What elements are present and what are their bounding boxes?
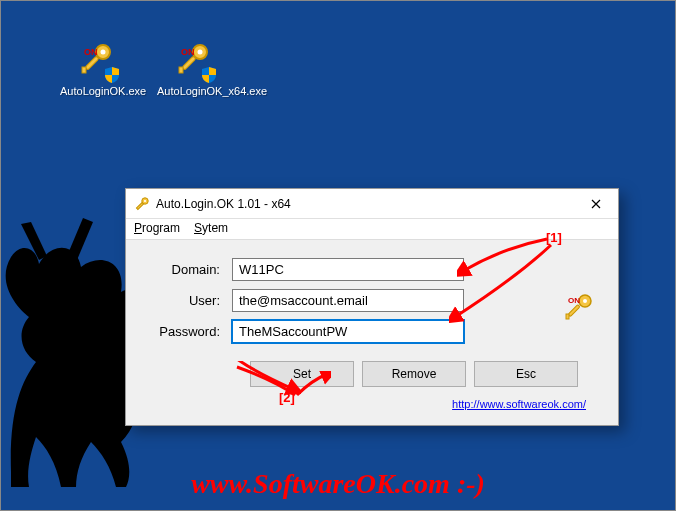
svg-point-3 [101, 50, 106, 55]
watermark-text: www.SoftwareOK.com :-) [1, 468, 675, 500]
svg-point-8 [198, 50, 203, 55]
menu-program[interactable]: Program [134, 221, 180, 235]
domain-input[interactable] [232, 258, 464, 281]
svg-rect-5 [82, 67, 86, 73]
password-label: Password: [146, 324, 232, 339]
app-icon: ON [78, 41, 118, 81]
desktop-icon-autologinok-x64[interactable]: ON AutoLoginOK_x64.exe [157, 41, 233, 98]
client-area: Domain: User: Password: Set Remove Esc h… [126, 239, 618, 425]
svg-rect-18 [566, 314, 569, 319]
svg-point-13 [144, 199, 146, 201]
svg-rect-14 [136, 202, 143, 209]
titlebar[interactable]: Auto.Login.OK 1.01 - x64 [126, 189, 618, 219]
uac-shield-icon [103, 66, 121, 84]
svg-point-1 [95, 308, 127, 340]
svg-rect-17 [568, 305, 580, 317]
softwareok-link[interactable]: http://www.softwareok.com/ [452, 398, 586, 410]
svg-text:ON: ON [84, 47, 98, 57]
svg-point-0 [36, 271, 70, 305]
svg-rect-9 [182, 56, 196, 70]
close-button[interactable] [573, 189, 618, 219]
set-button[interactable]: Set [250, 361, 354, 387]
menubar: Program Sytem [126, 219, 618, 239]
svg-point-16 [583, 299, 587, 303]
password-input[interactable] [232, 320, 464, 343]
close-icon [591, 199, 601, 209]
remove-button[interactable]: Remove [362, 361, 466, 387]
svg-text:ON: ON [181, 47, 195, 57]
app-key-icon [134, 196, 150, 212]
desktop-icon-label: AutoLoginOK.exe [60, 85, 146, 98]
svg-text:ON: ON [568, 296, 580, 305]
desktop-icon-label: AutoLoginOK_x64.exe [157, 85, 267, 98]
menu-system[interactable]: Sytem [194, 221, 228, 235]
app-window: Auto.Login.OK 1.01 - x64 Program Sytem D… [125, 188, 619, 426]
svg-rect-10 [179, 67, 183, 73]
user-input[interactable] [232, 289, 464, 312]
window-title: Auto.Login.OK 1.01 - x64 [156, 197, 573, 211]
app-icon: ON [175, 41, 215, 81]
user-label: User: [146, 293, 232, 308]
uac-shield-icon [200, 66, 218, 84]
svg-rect-4 [85, 56, 99, 70]
esc-button[interactable]: Esc [474, 361, 578, 387]
domain-label: Domain: [146, 262, 232, 277]
desktop-icon-autologinok[interactable]: ON AutoLoginOK.exe [60, 41, 136, 98]
key-icon: ON [564, 292, 594, 322]
